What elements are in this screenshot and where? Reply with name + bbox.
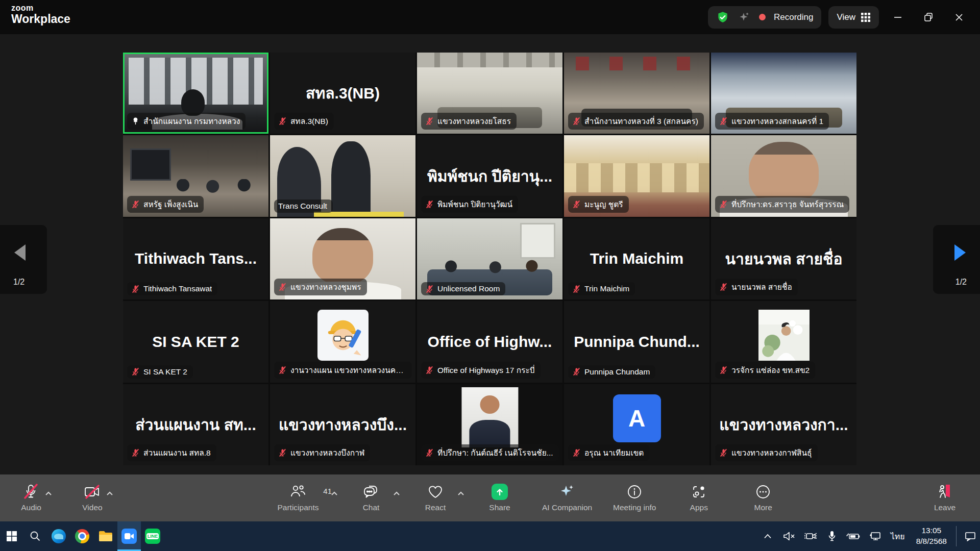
restore-button[interactable] [917,6,940,29]
participant-tile[interactable]: วรจักร แซ่ล่อง ขท.สข2 [711,301,856,382]
participant-tile[interactable]: Unlicensed Room [417,218,562,299]
avatar [317,310,369,361]
participant-name-label: แขวงทางหลวงบึงกาฬ [274,444,370,461]
chat-button[interactable]: Chat [349,474,393,521]
participant-tile[interactable]: สทล.3(NB) สทล.3(NB) [270,53,415,134]
participant-tile[interactable]: มะนูญ ชูตรี [564,135,709,216]
page-indicator: 1/2 [955,278,967,287]
mic-muted-icon [719,200,728,209]
participant-tile[interactable]: Trin Maichim Trin Maichim [564,218,709,299]
participant-name-label: แขวงทางหลวงยโสธร [421,113,517,130]
participant-name-label: สำนักแผนงาน กรมทางหลวง [127,113,246,130]
zoom-app-icon[interactable] [117,521,141,551]
microphone-access-icon[interactable] [822,521,842,551]
minimize-button[interactable] [886,6,910,29]
participant-tile[interactable]: นายนวพล สายชื่อ นายนวพล สายชื่อ [711,218,856,299]
mic-muted-icon [572,285,581,293]
zoom-workplace-logo: zoom Workplace [11,4,70,25]
mic-muted-icon [572,117,581,126]
participant-video-portrait [461,387,518,447]
security-shield-icon[interactable] [716,11,729,24]
leave-button[interactable]: Leave [923,474,967,521]
share-button[interactable]: Share [478,474,522,521]
page-indicator: 1/2 [13,278,24,287]
participant-tile[interactable]: แขวงทางหลวงบึง... แขวงทางหลวงบึงกาฬ [270,384,415,465]
participant-name-label: สทล.3(NB) [274,113,334,130]
meeting-info-button[interactable]: Meeting info [612,474,656,521]
next-page-panel: 1/2 [933,225,980,294]
video-options-caret[interactable] [106,489,113,498]
mic-muted-icon [278,366,287,374]
participant-tile[interactable]: พิมพ์ชนก ปีติยานุ... พิมพ์ชนก ปิติยานุวั… [417,135,562,216]
participant-name-label: Office of Highways 17 กระบี่ [421,362,541,379]
participant-name-label: นายนวพล สายชื่อ [715,279,798,295]
participant-tile[interactable]: งานวางแผน แขวงทางหลวงนครศรี... [270,301,415,382]
line-app-icon[interactable]: LINE [141,521,164,551]
ai-companion-button[interactable]: AI Companion [542,474,592,521]
windows-taskbar: LINE [0,521,980,551]
participant-tile[interactable]: แขวงทางหลวงกา... แขวงทางหลวงกาฬสินธุ์ [711,384,856,465]
battery-power-icon[interactable] [844,521,863,551]
participant-name-label: Punnipa Chundam [568,365,655,379]
letter-avatar: A [613,394,661,442]
react-options-caret[interactable] [457,489,464,498]
more-button[interactable]: More [741,474,785,521]
participant-tile[interactable]: สหรัฐ เพ็งสูงเนิน [123,135,268,216]
participant-tile[interactable]: A อรุณ นาเทียมเขต [564,384,709,465]
mic-muted-icon [572,200,581,209]
video-gallery-stage: สำนักแผนงาน กรมทางหลวง สทล.3(NB) สทล.3(N… [0,34,980,474]
previous-page-arrow[interactable] [14,244,26,261]
tray-expand-chevron-icon[interactable] [758,521,777,551]
mic-muted-icon [278,448,287,457]
participants-options-caret[interactable] [331,489,338,498]
file-explorer-icon[interactable] [94,521,117,551]
audio-button[interactable]: Audio [9,474,53,521]
participant-tile[interactable]: Punnipa Chund... Punnipa Chundam [564,301,709,382]
view-button[interactable]: View [828,6,879,29]
participant-tile[interactable]: Tithiwach Tans... Tithiwach Tansawat [123,218,268,299]
edge-icon[interactable] [47,521,70,551]
mic-muted-icon [425,200,434,209]
mic-muted-icon [131,448,140,457]
participant-name-label: Unlicensed Room [421,282,505,295]
language-indicator[interactable]: ไทย [887,530,909,543]
participant-tile[interactable]: SI SA KET 2 SI SA KET 2 [123,301,268,382]
participant-name-label: ที่ปรึกษา:ดร.สราวุธ จันทร์สุวรรณ [715,196,849,213]
participant-tile[interactable]: แขวงทางหลวงยโสธร [417,53,562,134]
apps-button[interactable]: Apps [677,474,721,521]
volume-muted-icon[interactable] [779,521,799,551]
taskbar-time: 13:05 [916,525,947,536]
network-display-icon[interactable] [865,521,885,551]
chrome-icon[interactable] [70,521,94,551]
chat-options-caret[interactable] [393,489,400,498]
video-button[interactable]: Video [70,474,114,521]
mic-muted-icon [425,117,434,126]
search-button[interactable] [23,521,47,551]
logo-line-zoom: zoom [11,4,70,13]
participant-tile[interactable]: แขวงทางหลวงชุมพร [270,218,415,299]
action-center-icon[interactable] [961,521,980,551]
camera-access-icon[interactable] [801,521,820,551]
ai-companion-status-icon[interactable] [738,11,751,24]
next-page-arrow[interactable] [954,244,966,261]
participant-tile[interactable]: แขวงทางหลวงสกลนครที่ 1 [711,53,856,134]
participant-tile[interactable]: ที่ปรึกษา:ดร.สราวุธ จันทร์สุวรรณ [711,135,856,216]
close-button[interactable] [947,6,971,29]
participant-tile[interactable]: ที่ปรึกษา: กันต์ณธีร์ เนติโรจนชัย... [417,384,562,465]
audio-options-caret[interactable] [45,489,52,498]
participant-name-label: Trans Consult [274,199,333,213]
participants-button[interactable]: 41 Participants [267,474,329,521]
participant-tile[interactable]: Trans Consult [270,135,415,216]
participant-name-label: พิมพ์ชนก ปิติยานุวัฒน์ [421,196,518,213]
mic-muted-icon [425,448,434,457]
mic-muted-icon [278,283,287,291]
participant-tile[interactable]: สำนักงานทางหลวงที่ 3 (สกลนคร) [564,53,709,134]
start-button[interactable] [0,521,23,551]
taskbar-clock[interactable]: 13:05 8/8/2568 [911,525,952,547]
participant-name-label: อรุณ นาเทียมเขต [568,444,649,461]
participant-tile[interactable]: ส่วนแผนงาน สท... ส่วนแผนงาน สทล.8 [123,384,268,465]
participant-tile[interactable]: สำนักแผนงาน กรมทางหลวง [123,53,268,134]
meeting-toolbar: Audio Video 41 Par [0,474,980,521]
react-button[interactable]: React [413,474,457,521]
participant-tile[interactable]: Office of Highw... Office of Highways 17… [417,301,562,382]
